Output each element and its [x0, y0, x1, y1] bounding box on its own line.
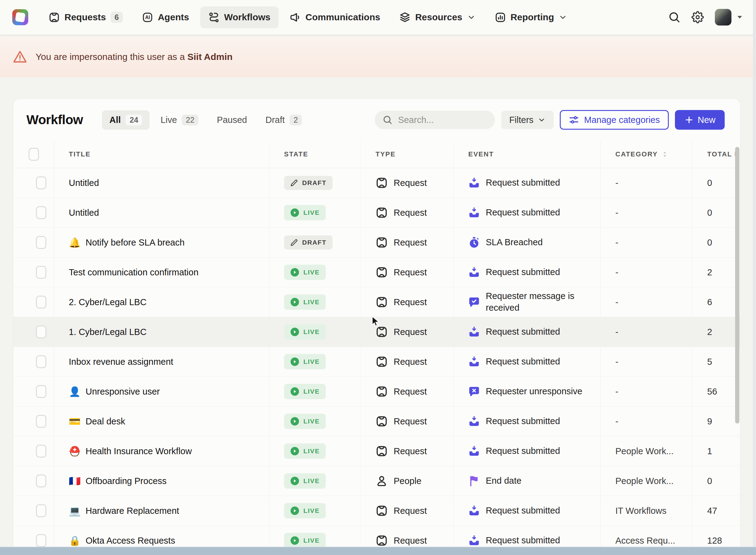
event-label: Request submitted	[486, 326, 560, 338]
table-row[interactable]: 👤 Unresponsive user LIVE Request Request…	[13, 377, 740, 407]
gear-icon[interactable]	[692, 11, 704, 24]
avatar[interactable]	[715, 9, 731, 26]
state-label: DRAFT	[302, 179, 326, 186]
column-header-state[interactable]: STATE	[269, 141, 361, 168]
nav-item-workflows[interactable]: Workflows	[200, 6, 279, 28]
state-icon	[290, 327, 299, 337]
nav-item-requests[interactable]: Requests 6	[41, 6, 131, 28]
type-icon	[376, 505, 388, 517]
workflow-tab[interactable]: All 24	[102, 110, 149, 130]
type-icon	[376, 475, 388, 487]
requests-count-badge: 6	[110, 12, 123, 23]
event-label: SLA Breached	[486, 237, 542, 248]
nav-item-resources[interactable]: Resources	[391, 6, 483, 28]
workflow-tab[interactable]: Live 22	[153, 110, 206, 130]
type-icon	[376, 355, 388, 368]
table-row[interactable]: 💳 Deal desk LIVE Request Request submitt…	[13, 407, 740, 436]
request-icon	[49, 12, 60, 23]
megaphone-icon	[290, 12, 301, 23]
event-label: Request submitted	[486, 416, 560, 427]
row-checkbox[interactable]	[36, 474, 46, 487]
table-row[interactable]: 🔔 Notify before SLA breach DRAFT Request…	[13, 228, 740, 258]
event-label: Requester message is received	[486, 290, 587, 313]
layers-icon	[399, 12, 411, 23]
column-header-title[interactable]: TITLE	[54, 141, 269, 168]
table-row[interactable]: Test communication confirmation LIVE Req…	[13, 258, 740, 287]
nav-item-communications[interactable]: Communications	[282, 6, 388, 28]
page-title: Workflow	[27, 113, 83, 127]
search-icon	[383, 115, 392, 125]
row-checkbox[interactable]	[36, 534, 46, 547]
row-checkbox[interactable]	[36, 176, 46, 189]
total-runs-value: 56	[707, 387, 717, 397]
row-checkbox[interactable]	[36, 445, 46, 458]
category-label: -	[615, 387, 618, 397]
workflow-tab[interactable]: Draft 2	[258, 110, 309, 130]
state-icon	[290, 476, 299, 485]
column-header-category[interactable]: CATEGORY	[600, 141, 692, 168]
table-row[interactable]: 2. Cyber/Legal LBC LIVE Request Requeste…	[13, 287, 740, 317]
row-checkbox[interactable]	[36, 236, 46, 249]
row-checkbox[interactable]	[36, 266, 46, 279]
row-checkbox[interactable]	[36, 326, 46, 338]
type-label: People	[394, 476, 421, 486]
table-header: TITLE STATE TYPE EVENT CATEGORY TOTAL R	[13, 141, 740, 168]
column-header-total[interactable]: TOTAL R	[692, 141, 740, 168]
event-icon	[468, 326, 480, 338]
event-icon	[468, 237, 480, 248]
warning-icon	[13, 50, 27, 64]
new-label: New	[698, 115, 715, 125]
event-label: Request submitted	[486, 535, 560, 546]
manage-categories-button[interactable]: Manage categories	[560, 110, 669, 130]
event-label: Request submitted	[486, 207, 560, 218]
nav-label: Requests	[64, 12, 106, 23]
caret-down-icon	[736, 13, 744, 21]
new-workflow-button[interactable]: New	[675, 110, 725, 130]
ai-icon: AI	[142, 12, 153, 23]
workflow-title: 2. Cyber/Legal LBC	[69, 297, 146, 307]
workflow-tab[interactable]: Paused	[209, 111, 254, 129]
nav-item-reporting[interactable]: Reporting	[487, 6, 575, 28]
search-icon[interactable]	[668, 11, 680, 24]
state-badge: LIVE	[284, 473, 326, 488]
state-badge: LIVE	[284, 265, 326, 280]
column-header-type[interactable]: TYPE	[361, 141, 453, 168]
workflow-title: Hardware Replacement	[86, 506, 179, 516]
workflow-title: Deal desk	[86, 416, 125, 427]
table-vertical-scrollbar[interactable]	[735, 147, 740, 423]
row-checkbox[interactable]	[36, 385, 46, 398]
event-label: End date	[486, 475, 521, 487]
horizontal-scrollbar[interactable]	[0, 547, 756, 555]
table-row[interactable]: Untitled LIVE Request Request submitted …	[13, 198, 740, 228]
sort-icon[interactable]	[661, 150, 669, 158]
row-checkbox[interactable]	[36, 355, 46, 368]
event-icon	[468, 416, 480, 427]
row-checkbox[interactable]	[36, 296, 46, 308]
state-label: LIVE	[303, 388, 320, 395]
manage-categories-label: Manage categories	[584, 115, 660, 125]
event-icon	[468, 475, 480, 487]
category-label: Access Requ...	[615, 536, 675, 546]
search-input[interactable]: Search...	[375, 111, 495, 129]
filters-button[interactable]: Filters	[501, 111, 554, 129]
select-all-checkbox[interactable]	[29, 148, 39, 161]
column-header-event[interactable]: EVENT	[453, 141, 600, 168]
table-row[interactable]: ⛑️ Health Insurance Workflow LIVE Reques…	[13, 436, 740, 466]
category-label: -	[615, 178, 618, 188]
row-checkbox[interactable]	[36, 206, 46, 219]
row-checkbox[interactable]	[36, 415, 46, 428]
table-row[interactable]: 🇫🇷 Offboarding Process LIVE People End d…	[13, 466, 740, 496]
siit-logo[interactable]	[12, 9, 28, 25]
state-badge: LIVE	[284, 354, 326, 370]
page-scrollbar[interactable]	[753, 0, 756, 555]
user-menu[interactable]	[715, 9, 744, 26]
category-label: People Work...	[615, 476, 674, 486]
row-checkbox[interactable]	[36, 504, 46, 517]
table-row[interactable]: 💻 Hardware Replacement LIVE Request Requ…	[13, 496, 740, 526]
table-row[interactable]: Untitled DRAFT Request Request submitted…	[13, 168, 740, 198]
nav-item-agents[interactable]: AI Agents	[134, 6, 197, 28]
workflow-title: Okta Access Requests	[86, 536, 175, 546]
table-row[interactable]: Inbox revenue assignment LIVE Request Re…	[13, 347, 740, 377]
total-runs-value: 5	[707, 357, 712, 367]
svg-text:AI: AI	[145, 14, 150, 20]
